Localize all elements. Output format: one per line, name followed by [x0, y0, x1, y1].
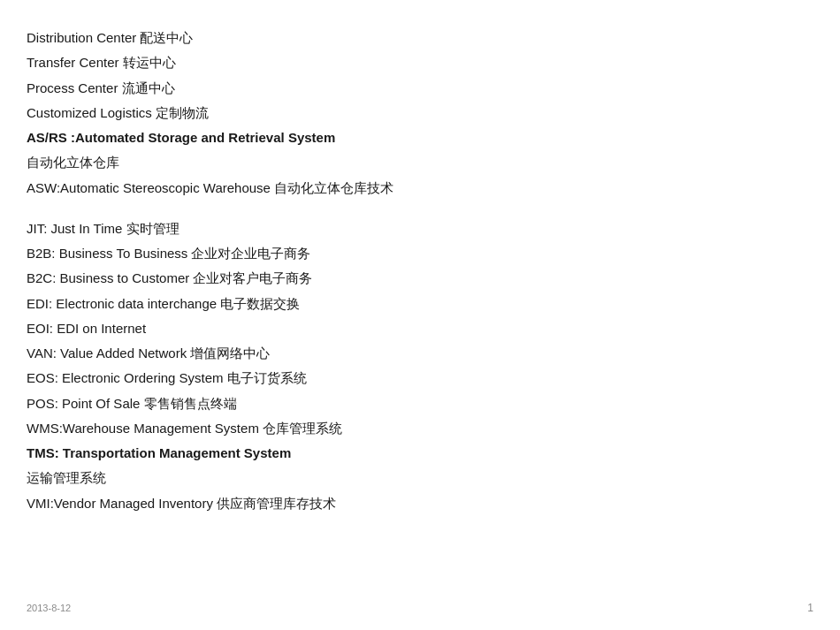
line-5: AS/RS :Automated Storage and Retrieval S… [27, 126, 813, 149]
line-10: B2C: Business to Customer 企业对客户电子商务 [27, 267, 813, 290]
line-1: Distribution Center 配送中心 [27, 27, 813, 49]
footer-page: 1 [807, 602, 813, 614]
footer: 2013-8-12 1 [27, 602, 813, 614]
line-16: WMS:Warehouse Management System 仓库管理系统 [27, 417, 813, 440]
line-8: JIT: Just In Time 实时管理 [27, 217, 813, 240]
line-4: Customized Logistics 定制物流 [27, 102, 813, 125]
line-9: B2B: Business To Business 企业对企业电子商务 [27, 242, 813, 265]
line-18: 运输管理系统 [27, 467, 813, 490]
line-6: 自动化立体仓库 [27, 151, 813, 174]
line-7: ASW:Automatic Stereoscopic Warehouse 自动化… [27, 177, 813, 200]
line-13: VAN: Value Added Network 增值网络中心 [27, 342, 813, 365]
line-19: VMI:Vendor Managed Inventory 供应商管理库存技术 [27, 492, 813, 515]
line-11: EDI: Electronic data interchange 电子数据交换 [27, 292, 813, 315]
line-17: TMS: Transportation Management System [27, 442, 813, 465]
footer-date: 2013-8-12 [27, 603, 71, 613]
line-15: POS: Point Of Sale 零售销售点终端 [27, 392, 813, 415]
line-14: EOS: Electronic Ordering System 电子订货系统 [27, 367, 813, 390]
content-area: Distribution Center 配送中心Transfer Center … [27, 18, 813, 515]
line-2: Transfer Center 转运中心 [27, 51, 813, 74]
line-3: Process Center 流通中心 [27, 77, 813, 100]
line-12: EOI: EDI on Internet [27, 317, 813, 340]
spacer-1 [27, 201, 813, 217]
